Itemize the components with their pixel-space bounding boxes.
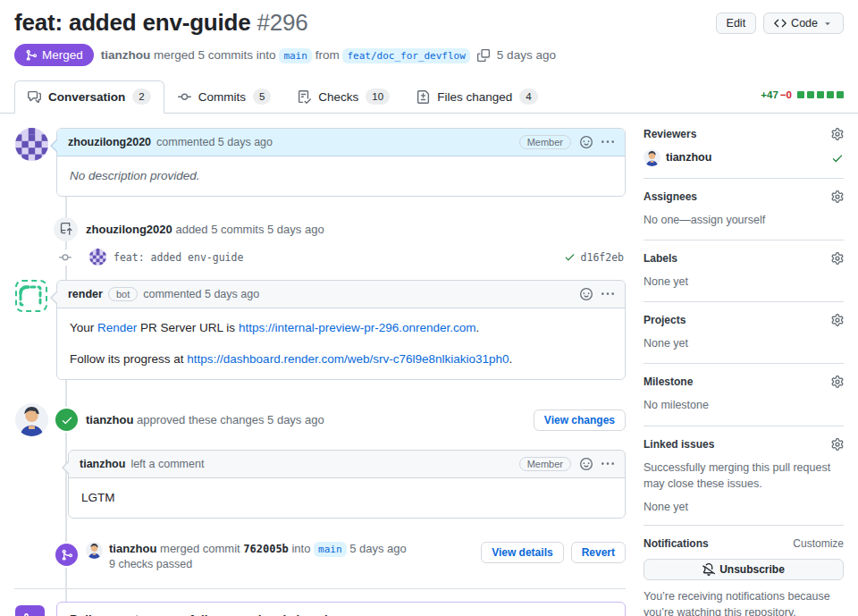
- tab-count: 10: [366, 89, 390, 105]
- linked-issues-empty: None yet: [644, 501, 844, 513]
- merged-banner-text: Pull request successfully merged and clo…: [70, 612, 425, 616]
- linked-issues-section: Linked issues Successfully merging this …: [644, 426, 844, 526]
- check-icon[interactable]: [564, 251, 576, 263]
- projects-empty: None yet: [644, 335, 844, 351]
- reviewer-row[interactable]: tianzhou: [644, 149, 844, 166]
- comment-discussion-icon: [28, 90, 41, 104]
- comment-author[interactable]: tianzhou: [80, 458, 125, 470]
- edit-button[interactable]: Edit: [716, 13, 757, 34]
- kebab-icon[interactable]: [601, 136, 614, 148]
- smiley-icon[interactable]: [580, 288, 593, 300]
- head-branch-tag[interactable]: feat/doc_for_devflow: [342, 48, 469, 63]
- pr-byline: Merged tianzhou merged 5 commits into ma…: [0, 37, 858, 79]
- pr-tabbar: Conversation2 Commits5 Checks10 Files ch…: [0, 80, 858, 114]
- unsubscribe-button[interactable]: Unsubscribe: [644, 559, 844, 580]
- smiley-icon[interactable]: [580, 458, 593, 470]
- git-merge-icon: [54, 542, 80, 568]
- kebab-icon[interactable]: [601, 458, 614, 470]
- repo-push-icon: [54, 217, 78, 241]
- render-link[interactable]: Render: [97, 321, 137, 334]
- page-title: feat: added env-guide #296: [14, 9, 308, 37]
- assignees-section: Assignees No one—assign yourself: [644, 179, 844, 240]
- member-badge: Member: [519, 135, 571, 149]
- timeline-divider: [14, 588, 626, 589]
- copy-branch-icon[interactable]: [477, 49, 490, 62]
- tab-count: 5: [253, 89, 271, 105]
- tab-count: 4: [519, 89, 537, 105]
- labels-section: Labels None yet: [644, 240, 844, 302]
- diffstat-block: [807, 91, 814, 98]
- pr-content: zhouzilong2020 commented 5 days ago Memb…: [0, 114, 858, 616]
- merge-commit-sha[interactable]: 762005b: [243, 543, 289, 555]
- view-details-button[interactable]: View details: [481, 542, 563, 563]
- header-actions: Edit Code: [716, 9, 844, 34]
- diffstat-block: [827, 91, 834, 98]
- view-changes-button[interactable]: View changes: [534, 409, 626, 431]
- event-text: tianzhou approved these changes 5 days a…: [86, 413, 324, 426]
- file-diff-icon: [416, 90, 430, 104]
- gear-icon[interactable]: [831, 376, 844, 388]
- kebab-icon[interactable]: [601, 288, 614, 300]
- section-title: Projects: [644, 314, 686, 326]
- linked-issues-desc: Successfully merging this pull request m…: [644, 460, 844, 492]
- diffstat-block: [837, 91, 844, 98]
- notifications-section: Notifications Customize Unsubscribe You’…: [644, 526, 844, 616]
- event-text: tianzhou merged commit 762005b into main…: [86, 542, 407, 570]
- byline-author[interactable]: tianzhou: [101, 48, 151, 62]
- section-title: Reviewers: [644, 128, 696, 140]
- customize-link[interactable]: Customize: [793, 537, 844, 550]
- commits-event: zhouzilong2020 added 5 commits 5 days ag…: [14, 216, 626, 241]
- approval-event: tianzhou approved these changes 5 days a…: [14, 403, 626, 437]
- tab-conversation[interactable]: Conversation2: [14, 80, 164, 114]
- avatar[interactable]: [89, 249, 106, 266]
- comment-author[interactable]: zhouzilong2020: [68, 136, 151, 148]
- base-branch-tag[interactable]: main: [314, 542, 347, 557]
- merge-event: tianzhou merged commit 762005b into main…: [14, 542, 626, 570]
- commit-row: feat: added env-guide d16f2eb: [14, 249, 626, 266]
- checks-passed-link[interactable]: 9 checks passed: [109, 558, 407, 570]
- milestone-section: Milestone No milestone: [644, 364, 844, 426]
- diffstat-block: [817, 91, 824, 98]
- commit-message[interactable]: feat: added env-guide: [114, 251, 243, 264]
- bot-comment-wrap: render bot commented 5 days ago Your Ren…: [14, 280, 626, 380]
- tab-files-changed[interactable]: Files changed4: [403, 80, 551, 114]
- pr-header: feat: added env-guide #296 Edit Code: [0, 0, 858, 37]
- approval-check-icon: [54, 407, 80, 433]
- section-title: Milestone: [644, 376, 693, 388]
- member-badge: Member: [519, 457, 571, 471]
- tab-count: 2: [132, 89, 150, 105]
- tab-checks[interactable]: Checks10: [284, 80, 403, 114]
- comment-header: render bot commented 5 days ago: [57, 281, 625, 308]
- diffstat-deletions: −0: [780, 89, 792, 100]
- milestone-empty: No milestone: [644, 397, 844, 413]
- revert-button[interactable]: Revert: [571, 542, 626, 563]
- smiley-icon[interactable]: [580, 136, 593, 148]
- sidebar: Reviewers tianzhou Assignees No one—assi…: [644, 128, 844, 616]
- base-branch-tag[interactable]: main: [279, 48, 312, 63]
- git-commit-icon: [58, 249, 72, 266]
- avatar[interactable]: [15, 128, 48, 161]
- byline-text: tianzhou merged 5 commits into main from…: [101, 48, 470, 62]
- dashboard-url-link[interactable]: https://dashboard.render.com/web/srv-c76…: [187, 352, 509, 366]
- gear-icon[interactable]: [831, 128, 844, 140]
- commit-sha[interactable]: d16f2eb: [581, 251, 624, 264]
- merged-banner-title: Pull request successfully merged and clo…: [70, 612, 425, 616]
- gear-icon[interactable]: [831, 190, 844, 203]
- assignees-empty[interactable]: No one—assign yourself: [644, 212, 844, 228]
- comment-author[interactable]: render: [68, 288, 103, 300]
- tab-commits[interactable]: Commits5: [164, 80, 285, 114]
- code-button[interactable]: Code: [763, 13, 844, 34]
- comment-box: zhouzilong2020 commented 5 days ago Memb…: [56, 128, 626, 197]
- gear-icon[interactable]: [831, 252, 844, 265]
- status-badge: Merged: [14, 44, 94, 66]
- render-bot-avatar[interactable]: [15, 280, 47, 312]
- gear-icon[interactable]: [831, 438, 844, 451]
- preview-url-link[interactable]: https://internal-preview-pr-296.onrender…: [239, 321, 476, 334]
- git-merge-icon: [25, 49, 38, 62]
- avatar[interactable]: [86, 542, 103, 559]
- gear-icon[interactable]: [831, 314, 844, 326]
- git-merge-icon: [15, 605, 45, 616]
- bot-badge: bot: [108, 287, 138, 301]
- avatar[interactable]: [15, 403, 48, 436]
- pr-page: feat: added env-guide #296 Edit Code Mer…: [0, 0, 858, 616]
